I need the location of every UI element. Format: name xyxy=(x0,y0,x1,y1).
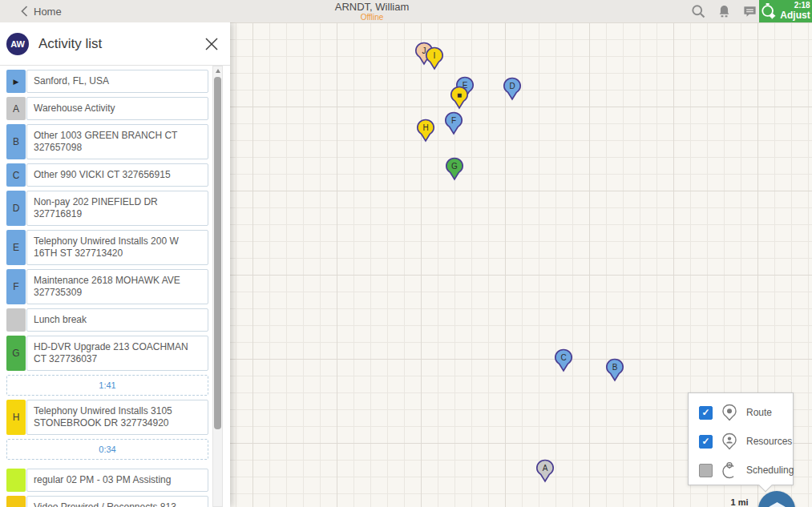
activity-badge: F xyxy=(6,269,26,304)
activity-badge: C xyxy=(6,163,26,187)
scale-miles: 1 mi xyxy=(725,497,753,507)
activity-badge xyxy=(6,308,26,332)
header-actions xyxy=(689,0,759,22)
activity-row[interactable]: F Maintenance 2618 MOHAWK AVE 327735309 xyxy=(6,269,208,304)
svg-text:F: F xyxy=(451,116,456,125)
legend-label-resources: Resources xyxy=(746,436,792,447)
map-pin-C[interactable]: C xyxy=(554,348,573,372)
activity-row[interactable]: ▶ Sanford, FL, USA xyxy=(6,70,208,93)
resources-pin-icon xyxy=(720,432,739,451)
activity-row[interactable]: B Other 1003 GREEN BRANCH CT 327657098 xyxy=(6,124,208,159)
svg-text:H: H xyxy=(422,123,428,132)
activity-list-panel: AW Activity list ▶ Sanford, FL, USA A Wa… xyxy=(0,22,230,507)
activity-label: Other 990 VICKI CT 327656915 xyxy=(26,163,208,187)
scheduling-pin-icon xyxy=(720,461,739,480)
activity-badge xyxy=(6,469,26,492)
activity-label: HD-DVR Upgrade 213 COACHMAN CT 327736037 xyxy=(26,336,208,371)
activity-list: ▶ Sanford, FL, USA A Warehouse Activity … xyxy=(0,66,230,507)
activity-badge: G xyxy=(6,336,26,371)
svg-text:A: A xyxy=(543,464,548,473)
chevron-left-icon xyxy=(21,6,28,17)
layers-icon xyxy=(766,499,788,507)
activity-label: Telephony Unwired Installs 3105 STONEBRO… xyxy=(26,400,208,435)
activity-row[interactable]: D Non-pay 202 PINEFIELD DR 327716819 xyxy=(6,191,208,226)
activity-badge: ▶ xyxy=(6,70,26,93)
map-pin-H[interactable]: H xyxy=(416,119,435,143)
map-pin-D[interactable]: D xyxy=(503,77,522,101)
route-checkbox[interactable] xyxy=(699,406,713,420)
activity-badge: D xyxy=(6,191,26,226)
activity-row[interactable]: G HD-DVR Upgrade 213 COACHMAN CT 3277360… xyxy=(6,336,208,371)
svg-text:B: B xyxy=(612,363,618,372)
resources-checkbox[interactable] xyxy=(699,435,713,449)
messages-chat-icon[interactable] xyxy=(740,2,759,21)
map-pin-I[interactable]: I xyxy=(425,46,444,70)
close-icon xyxy=(204,36,220,52)
activity-badge: E xyxy=(6,230,26,265)
map-pin-F[interactable]: F xyxy=(444,111,463,135)
panel-title: Activity list xyxy=(38,36,102,52)
adjust-stopwatch-icon xyxy=(761,2,777,20)
resource-avatar: AW xyxy=(6,33,29,55)
travel-time-row: 1:41 xyxy=(6,375,208,396)
search-icon[interactable] xyxy=(689,2,708,21)
activity-row[interactable]: A Warehouse Activity xyxy=(6,97,208,120)
scheduling-checkbox[interactable] xyxy=(699,464,713,477)
activity-label: Telephony Unwired Installs 200 W 16TH ST… xyxy=(26,230,208,265)
map-pin-G[interactable]: G xyxy=(445,157,464,181)
resource-name: ARNDT, William xyxy=(335,2,409,13)
activity-label: Maintenance 2618 MOHAWK AVE 327735309 xyxy=(26,269,208,304)
close-panel-button[interactable] xyxy=(203,35,220,53)
activity-badge: H xyxy=(6,400,26,435)
travel-duration: 1:41 xyxy=(99,380,115,390)
travel-duration: 0:34 xyxy=(99,445,115,454)
legend-label-scheduling: Scheduling xyxy=(746,465,794,476)
map-pin-current-position[interactable]: ■ xyxy=(450,86,469,110)
travel-time-row: 0:34 xyxy=(6,439,208,460)
activity-label: Warehouse Activity xyxy=(26,97,208,120)
map-pin-A[interactable]: A xyxy=(535,459,555,483)
adjust-button[interactable]: 2:18 Adjust xyxy=(759,0,812,22)
activity-row[interactable]: regular 02 PM - 03 PM Assisting xyxy=(6,469,208,492)
map-layers-panel: Route Resources Schedulin xyxy=(688,392,794,485)
scrollbar-thumb[interactable] xyxy=(214,77,221,429)
top-header-bar: Home ARNDT, William Offline xyxy=(0,0,812,22)
home-label: Home xyxy=(34,6,62,18)
app-window: J I E D ■ F H xyxy=(0,0,812,507)
resource-header: ARNDT, William Offline xyxy=(335,2,409,22)
adjust-label: Adjust xyxy=(780,10,810,21)
activity-badge: I xyxy=(6,496,26,507)
activity-row[interactable]: H Telephony Unwired Installs 3105 STONEB… xyxy=(6,400,208,435)
offline-status-badge: Offline xyxy=(335,13,409,22)
activity-label: Other 1003 GREEN BRANCH CT 327657098 xyxy=(26,124,208,159)
svg-text:D: D xyxy=(509,82,515,91)
legend-row-scheduling[interactable]: Scheduling xyxy=(699,461,794,480)
notifications-bell-icon[interactable] xyxy=(714,2,733,21)
map-pin-B[interactable]: B xyxy=(605,358,624,382)
map-layers-button[interactable] xyxy=(758,491,795,507)
legend-row-route[interactable]: Route xyxy=(699,403,772,422)
activity-row[interactable]: Lunch break xyxy=(6,308,208,332)
svg-text:I: I xyxy=(434,51,436,60)
home-back-link[interactable]: Home xyxy=(21,0,62,22)
activity-row[interactable]: E Telephony Unwired Installs 200 W 16TH … xyxy=(6,230,208,265)
activity-row[interactable]: I Video Prewired / Reconnects 813 WILLNE… xyxy=(6,496,208,507)
activity-label: Sanford, FL, USA xyxy=(26,70,208,93)
svg-text:G: G xyxy=(451,162,458,171)
panel-scrollbar[interactable] xyxy=(212,66,223,507)
map-scale: 1 mi 1 km xyxy=(725,497,753,507)
legend-pointer-tail xyxy=(759,479,773,493)
activity-row[interactable]: C Other 990 VICKI CT 327656915 xyxy=(6,163,208,187)
activity-badge: A xyxy=(6,97,26,120)
scrollbar-up-arrow-icon[interactable] xyxy=(216,69,220,73)
activity-badge: B xyxy=(6,124,26,159)
route-pin-icon xyxy=(720,403,739,422)
svg-text:■: ■ xyxy=(457,91,462,99)
legend-row-resources[interactable]: Resources xyxy=(699,432,792,451)
activity-label: Lunch break xyxy=(26,308,208,332)
activity-label: Non-pay 202 PINEFIELD DR 327716819 xyxy=(26,191,208,226)
activity-label: Video Prewired / Reconnects 813 WILLNER … xyxy=(26,496,208,507)
svg-text:C: C xyxy=(560,353,566,362)
activity-list-header: AW Activity list xyxy=(0,22,230,66)
activity-label: regular 02 PM - 03 PM Assisting xyxy=(26,469,208,492)
